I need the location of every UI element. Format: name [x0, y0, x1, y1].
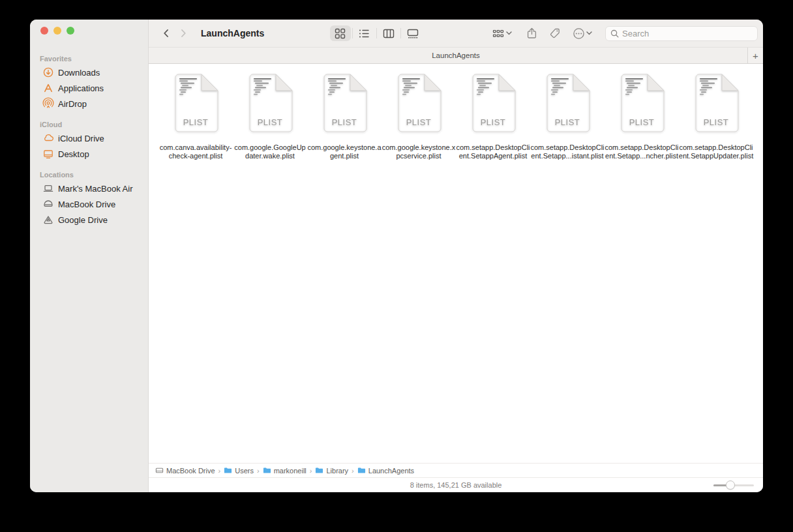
- google-drive-icon: [43, 214, 53, 225]
- internal-drive-icon: [43, 199, 53, 209]
- downloads-icon: [43, 67, 53, 78]
- back-button[interactable]: [158, 25, 175, 42]
- close-button[interactable]: [40, 27, 48, 35]
- file-name: com.canva.availability-check-agent.plist: [160, 143, 232, 160]
- tab-bar: LaunchAgents +: [149, 47, 763, 64]
- plist-file-icon: PLIST: [172, 74, 219, 132]
- file-name: com.setapp.DesktopClient.SetappAgent.pli…: [456, 143, 530, 160]
- toolbar: LaunchAgents: [149, 20, 763, 47]
- path-crumb-macbook-drive[interactable]: MacBook Drive: [155, 466, 215, 475]
- sidebar-item-airdrop[interactable]: AirDrop: [34, 96, 144, 111]
- plist-file-icon: PLIST: [693, 74, 740, 132]
- sidebar-item-downloads[interactable]: Downloads: [34, 65, 144, 80]
- folder-icon: [224, 466, 232, 475]
- path-crumb-launchagents[interactable]: LaunchAgents: [357, 466, 414, 475]
- search-field[interactable]: [605, 26, 758, 41]
- sidebar-section-favorites: Favorites: [30, 55, 148, 65]
- sidebar-item-macbook-drive[interactable]: MacBook Drive: [34, 196, 144, 212]
- sidebar-section-locations: Locations: [30, 171, 148, 181]
- crumb-label: Users: [235, 467, 254, 475]
- group-by-icon: [492, 28, 505, 39]
- path-crumb-users[interactable]: Users: [224, 466, 254, 475]
- sidebar-item-macbook-air[interactable]: Mark's MacBook Air: [34, 181, 144, 196]
- file-item[interactable]: PLIST com.google.keystone.agent.plist: [307, 74, 382, 160]
- column-view-icon: [383, 28, 395, 39]
- status-text: 8 items, 145,21 GB available: [410, 481, 502, 489]
- more-actions-button[interactable]: [569, 25, 596, 41]
- group-button[interactable]: [488, 25, 516, 41]
- share-button[interactable]: [522, 25, 541, 41]
- file-item[interactable]: PLIST com.setapp.DesktopClient.SetappAge…: [456, 74, 530, 160]
- laptop-icon: [43, 183, 53, 194]
- sidebar-item-desktop[interactable]: Desktop: [34, 146, 144, 162]
- chevron-right-icon: [178, 28, 188, 38]
- view-switcher: [330, 25, 423, 41]
- sidebar-item-icloud-drive[interactable]: iCloud Drive: [34, 130, 144, 146]
- sidebar-item-label: iCloud Drive: [58, 134, 104, 143]
- file-type-badge: PLIST: [247, 117, 293, 127]
- file-item[interactable]: PLIST com.setapp.DesktopClient.Setapp...…: [605, 74, 679, 160]
- path-bar: MacBook Drive › Users › markoneill ›: [149, 463, 763, 477]
- zoom-slider[interactable]: [713, 480, 754, 490]
- zoom-button[interactable]: [67, 27, 74, 35]
- icon-view-button[interactable]: [330, 25, 351, 41]
- crumb-label: Library: [326, 467, 348, 475]
- list-view-icon: [359, 28, 370, 39]
- plist-file-icon: PLIST: [395, 74, 442, 132]
- file-name: com.setapp.DesktopClient.SetappUpdater.p…: [679, 143, 753, 160]
- sidebar-item-label: Applications: [58, 83, 104, 93]
- file-type-badge: PLIST: [395, 117, 442, 127]
- file-item[interactable]: PLIST com.google.GoogleUpdater.wake.plis…: [233, 74, 307, 160]
- icloud-drive-icon: [43, 133, 53, 143]
- grid-view-icon: [335, 28, 346, 39]
- minimize-button[interactable]: [53, 27, 61, 35]
- file-name: com.google.keystone.xpcservice.plist: [382, 143, 456, 160]
- file-type-badge: PLIST: [618, 117, 665, 127]
- crumb-label: LaunchAgents: [368, 467, 414, 475]
- file-name: com.google.keystone.agent.plist: [307, 143, 381, 160]
- file-type-badge: PLIST: [470, 117, 516, 127]
- sidebar-item-label: AirDrop: [58, 99, 87, 109]
- window-title: LaunchAgents: [201, 28, 264, 38]
- folder-icon: [357, 466, 366, 475]
- file-name: com.setapp.DesktopClient.Setapp...istant…: [530, 143, 604, 160]
- column-view-button[interactable]: [378, 25, 399, 41]
- main-area: LaunchAgents: [149, 20, 763, 492]
- search-input[interactable]: [622, 29, 753, 38]
- applications-icon: [43, 83, 53, 93]
- crumb-separator: ›: [310, 467, 312, 475]
- tags-button[interactable]: [545, 25, 565, 41]
- sidebar-item-applications[interactable]: Applications: [34, 80, 144, 96]
- sidebar-item-label: Downloads: [58, 68, 100, 78]
- list-view-button[interactable]: [354, 25, 375, 41]
- new-tab-button[interactable]: +: [747, 48, 763, 63]
- slider-knob[interactable]: [726, 480, 735, 490]
- traffic-lights: [30, 20, 148, 46]
- file-type-badge: PLIST: [693, 117, 740, 127]
- search-icon: [610, 29, 619, 38]
- finder-window: Favorites Downloads Applications AirDrop…: [30, 20, 763, 492]
- ellipsis-circle-icon: [573, 27, 585, 40]
- plist-file-icon: PLIST: [247, 74, 293, 132]
- file-item[interactable]: PLIST com.setapp.DesktopClient.Setapp...…: [530, 74, 605, 160]
- crumb-label: MacBook Drive: [166, 467, 215, 475]
- file-item[interactable]: PLIST com.google.keystone.xpcservice.pli…: [382, 74, 456, 160]
- chevron-down-icon: [506, 31, 512, 35]
- plist-file-icon: PLIST: [321, 74, 368, 132]
- crumb-label: markoneill: [274, 467, 307, 475]
- file-item[interactable]: PLIST com.setapp.DesktopClient.SetappUpd…: [679, 74, 753, 160]
- crumb-separator: ›: [257, 467, 260, 475]
- file-browser-content: PLIST com.canva.availability-check-agent…: [149, 64, 763, 463]
- file-item[interactable]: PLIST com.canva.availability-check-agent…: [158, 74, 233, 160]
- forward-button[interactable]: [175, 25, 192, 42]
- folder-icon: [263, 466, 271, 475]
- path-crumb-markoneill[interactable]: markoneill: [263, 466, 307, 475]
- gallery-view-button[interactable]: [402, 25, 423, 41]
- tab-launchagents[interactable]: LaunchAgents: [149, 52, 763, 59]
- sidebar-item-google-drive[interactable]: Google Drive: [34, 212, 144, 228]
- file-type-badge: PLIST: [172, 117, 219, 127]
- crumb-separator: ›: [218, 467, 221, 475]
- chevron-left-icon: [161, 28, 172, 38]
- sidebar: Favorites Downloads Applications AirDrop…: [30, 20, 149, 492]
- path-crumb-library[interactable]: Library: [315, 466, 348, 475]
